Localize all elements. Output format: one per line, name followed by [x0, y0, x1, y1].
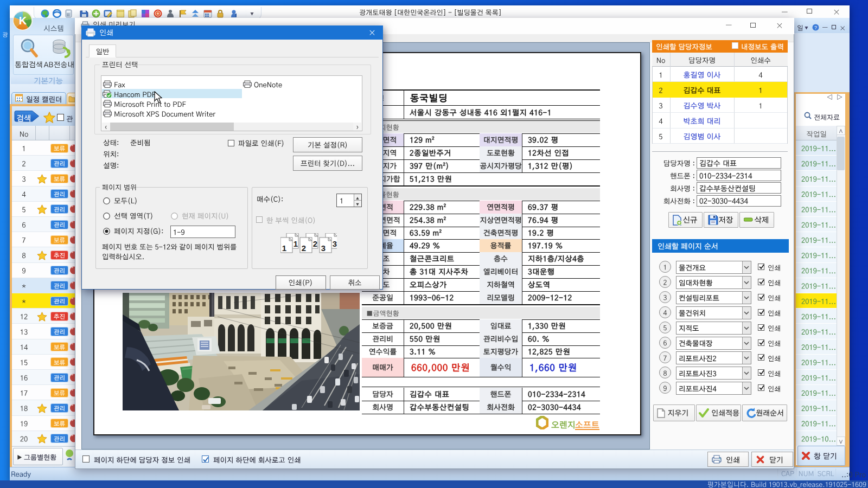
svg-text:?: ? [814, 25, 817, 30]
svg-text:K: K [19, 15, 27, 27]
svg-text:3: 3 [333, 239, 337, 248]
svg-text:3: 3 [321, 243, 326, 253]
svg-text:1: 1 [282, 243, 286, 253]
svg-text:2: 2 [302, 243, 306, 253]
svg-text:2: 2 [313, 239, 317, 248]
svg-text:1: 1 [293, 239, 298, 248]
